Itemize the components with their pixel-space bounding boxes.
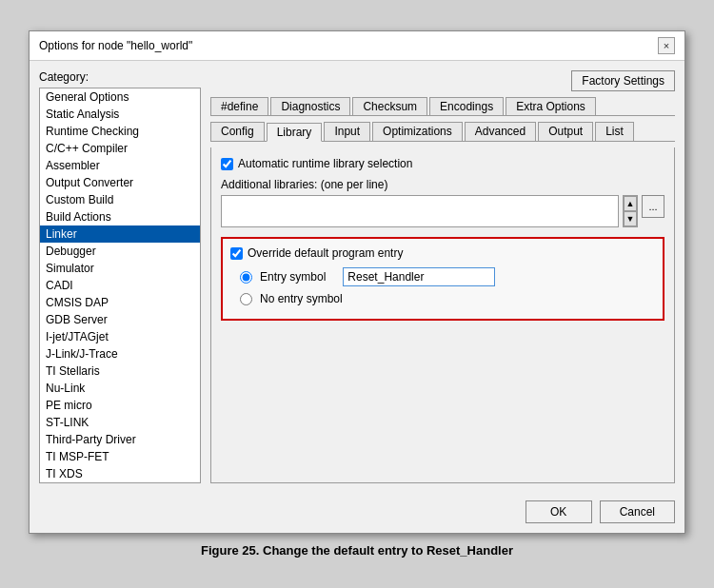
tab-define[interactable]: #define (210, 97, 268, 115)
auto-library-checkbox[interactable] (221, 158, 233, 170)
override-checkbox-row: Override default program entry (230, 246, 655, 260)
sidebar-item-general-options[interactable]: General Options (40, 88, 200, 106)
entry-symbol-radio[interactable] (240, 271, 252, 284)
tabs-row2: Config Library Input Optimizations Advan… (210, 122, 675, 142)
figure-caption: Figure 25. Change the default entry to R… (201, 543, 513, 558)
sidebar: Category: General Options Static Analysi… (39, 70, 201, 483)
tab-content: Automatic runtime library selection Addi… (210, 147, 675, 483)
sidebar-item-ti-xds[interactable]: TI XDS (40, 465, 200, 482)
tabs-row1: #define Diagnostics Checksum Encodings E… (210, 97, 675, 116)
auto-library-label: Automatic runtime library selection (238, 157, 412, 170)
scroll-down-button[interactable]: ▼ (624, 211, 637, 226)
entry-symbol-label: Entry symbol (260, 270, 326, 284)
sidebar-item-cadi[interactable]: CADI (40, 277, 200, 294)
dialog-body: Category: General Options Static Analysi… (30, 61, 684, 493)
cancel-button[interactable]: Cancel (600, 500, 675, 523)
options-dialog: Options for node "hello_world" × Categor… (29, 30, 685, 534)
sidebar-item-pe-micro[interactable]: PE micro (40, 397, 200, 414)
tab-diagnostics[interactable]: Diagnostics (270, 97, 350, 115)
sidebar-item-cpp-compiler[interactable]: C/C++ Compiler (40, 140, 200, 157)
sidebar-item-static-analysis[interactable]: Static Analysis (40, 106, 200, 123)
entry-symbol-row: Entry symbol (240, 267, 655, 286)
tab-list[interactable]: List (595, 122, 634, 141)
browse-button[interactable]: ... (642, 195, 664, 218)
category-label: Category: (39, 70, 201, 84)
no-entry-symbol-radio[interactable] (240, 293, 252, 305)
libraries-area-wrapper: ▲ ▼ ... (221, 195, 664, 227)
sidebar-item-gdb-server[interactable]: GDB Server (40, 311, 200, 328)
scroll-up-button[interactable]: ▲ (624, 196, 637, 211)
tab-optimizations[interactable]: Optimizations (372, 122, 463, 141)
override-label: Override default program entry (248, 246, 403, 260)
sidebar-item-i-jet[interactable]: I-jet/JTAGjet (40, 328, 200, 345)
category-list: General Options Static Analysis Runtime … (39, 88, 201, 483)
override-checkbox[interactable] (230, 247, 243, 260)
title-bar: Options for node "hello_world" × (30, 31, 684, 61)
ok-button[interactable]: OK (526, 500, 592, 523)
entry-symbol-input[interactable] (343, 267, 495, 286)
dialog-footer: OK Cancel (30, 493, 684, 533)
tab-library[interactable]: Library (267, 123, 323, 142)
tab-output[interactable]: Output (538, 122, 593, 141)
tab-config[interactable]: Config (210, 122, 265, 141)
tab-encodings[interactable]: Encodings (429, 97, 504, 115)
tab-advanced[interactable]: Advanced (465, 122, 536, 141)
sidebar-item-runtime-checking[interactable]: Runtime Checking (40, 123, 200, 140)
main-panel: Factory Settings #define Diagnostics Che… (210, 70, 675, 483)
tab-input[interactable]: Input (324, 122, 370, 141)
auto-library-row: Automatic runtime library selection (221, 157, 664, 170)
sidebar-item-linker[interactable]: Linker (40, 225, 200, 243)
close-button[interactable]: × (658, 37, 675, 54)
sidebar-item-simulator[interactable]: Simulator (40, 260, 200, 277)
libraries-textarea[interactable] (222, 196, 618, 226)
sidebar-item-build-actions[interactable]: Build Actions (40, 208, 200, 225)
sidebar-item-assembler[interactable]: Assembler (40, 157, 200, 174)
sidebar-item-third-party[interactable]: Third-Party Driver (40, 431, 200, 448)
factory-settings-button[interactable]: Factory Settings (571, 70, 675, 91)
override-section: Override default program entry Entry sym… (221, 237, 664, 321)
additional-libraries-label: Additional libraries: (one per line) (221, 178, 664, 191)
sidebar-item-ti-stellaris[interactable]: TI Stellaris (40, 363, 200, 380)
sidebar-item-cmsis-dap[interactable]: CMSIS DAP (40, 294, 200, 311)
sidebar-item-ti-msp-fet[interactable]: TI MSP-FET (40, 448, 200, 465)
sidebar-item-st-link[interactable]: ST-LINK (40, 414, 200, 431)
no-entry-symbol-row: No entry symbol (240, 292, 655, 305)
factory-settings-row: Factory Settings (210, 70, 675, 91)
sidebar-item-debugger[interactable]: Debugger (40, 243, 200, 260)
sidebar-item-output-converter[interactable]: Output Converter (40, 174, 200, 191)
sidebar-item-jlink[interactable]: J-Link/J-Trace (40, 345, 200, 363)
sidebar-item-nu-link[interactable]: Nu-Link (40, 380, 200, 397)
dialog-title: Options for node "hello_world" (39, 39, 192, 52)
tab-checksum[interactable]: Checksum (352, 97, 427, 115)
no-entry-symbol-label: No entry symbol (260, 292, 343, 305)
sidebar-item-custom-build[interactable]: Custom Build (40, 191, 200, 208)
tab-extra-options[interactable]: Extra Options (506, 97, 596, 115)
